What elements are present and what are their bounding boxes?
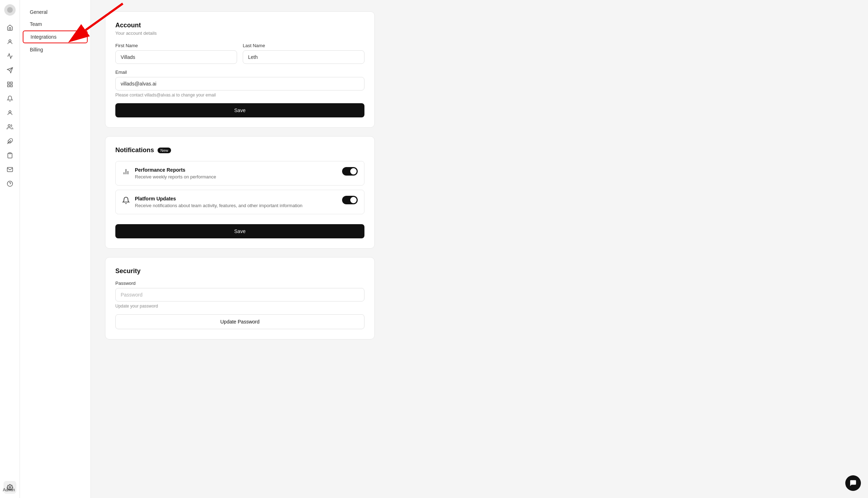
email-label: Email (115, 70, 364, 75)
contacts-icon[interactable] (4, 35, 16, 48)
platform-updates-toggle[interactable] (342, 196, 358, 204)
performance-reports-text: Performance Reports Receive weekly repor… (135, 167, 216, 179)
home-icon[interactable] (4, 21, 16, 34)
last-name-input[interactable] (243, 50, 364, 64)
performance-reports-item: Performance Reports Receive weekly repor… (115, 161, 364, 186)
platform-updates-text: Platform Updates Receive notifications a… (135, 196, 302, 208)
performance-reports-toggle[interactable] (342, 167, 358, 176)
password-group: Password Update your password (115, 281, 364, 309)
users-icon[interactable] (4, 121, 16, 133)
bell-notification-icon (122, 197, 130, 206)
clipboard-icon[interactable] (4, 149, 16, 162)
left-navigation: General Team Integrations Billing (20, 0, 91, 498)
app-logo (4, 4, 16, 16)
bar-chart-icon (122, 168, 130, 177)
performance-reports-title: Performance Reports (135, 167, 216, 173)
nav-item-integrations[interactable]: Integrations (23, 31, 88, 43)
account-save-button[interactable]: Save (115, 103, 364, 117)
platform-updates-left: Platform Updates Receive notifications a… (122, 196, 302, 208)
email-group: Email Please contact villads@alvas.ai to… (115, 70, 364, 98)
platform-updates-item: Platform Updates Receive notifications a… (115, 190, 364, 214)
notifications-title-row: Notifications New (115, 146, 364, 154)
svg-point-9 (8, 124, 10, 127)
send-icon[interactable] (4, 64, 16, 77)
performance-reports-subtitle: Receive weekly reports on performance (135, 174, 216, 179)
password-label: Password (115, 281, 364, 286)
mail-icon[interactable] (4, 163, 16, 176)
svg-rect-5 (10, 82, 12, 84)
notifications-save-button[interactable]: Save (115, 224, 364, 238)
last-name-label: Last Name (243, 43, 364, 48)
sidebar: Admin (0, 0, 20, 498)
svg-point-1 (9, 40, 11, 42)
nav-item-general[interactable]: General (23, 6, 88, 18)
update-password-button[interactable]: Update Password (115, 314, 364, 329)
platform-updates-subtitle: Receive notifications about team activit… (135, 203, 302, 208)
account-card: Account Your account details First Name … (105, 11, 375, 128)
puzzle-icon[interactable] (4, 135, 16, 148)
email-input[interactable] (115, 77, 364, 90)
svg-rect-12 (9, 153, 11, 154)
grid-icon[interactable] (4, 78, 16, 91)
notifications-card: Notifications New Performance Reports Re… (105, 136, 375, 249)
last-name-group: Last Name (243, 43, 364, 64)
bell-icon[interactable] (4, 92, 16, 105)
user-icon[interactable] (4, 106, 16, 119)
first-name-group: First Name (115, 43, 237, 64)
new-badge: New (158, 148, 171, 153)
help-icon[interactable] (4, 177, 16, 190)
password-input[interactable] (115, 288, 364, 301)
account-title: Account (115, 22, 364, 29)
analytics-icon[interactable] (4, 50, 16, 62)
password-hint: Update your password (115, 304, 364, 309)
chat-button[interactable] (845, 475, 861, 491)
name-row: First Name Last Name (115, 43, 364, 64)
account-subtitle: Your account details (115, 31, 364, 36)
admin-label: Admin (3, 487, 15, 492)
nav-item-billing[interactable]: Billing (23, 44, 88, 55)
first-name-label: First Name (115, 43, 237, 48)
platform-updates-title: Platform Updates (135, 196, 302, 201)
svg-rect-4 (7, 82, 9, 84)
security-card: Security Password Update your password U… (105, 257, 375, 339)
nav-item-team[interactable]: Team (23, 18, 88, 30)
svg-point-8 (9, 111, 11, 113)
email-hint: Please contact villads@alvas.ai to chang… (115, 93, 364, 98)
svg-rect-6 (7, 85, 9, 87)
main-content: Account Your account details First Name … (91, 0, 868, 498)
security-title: Security (115, 267, 364, 275)
notifications-title: Notifications (115, 146, 154, 154)
svg-rect-7 (10, 85, 12, 87)
first-name-input[interactable] (115, 50, 237, 64)
svg-point-0 (7, 7, 13, 13)
performance-reports-left: Performance Reports Receive weekly repor… (122, 167, 216, 179)
